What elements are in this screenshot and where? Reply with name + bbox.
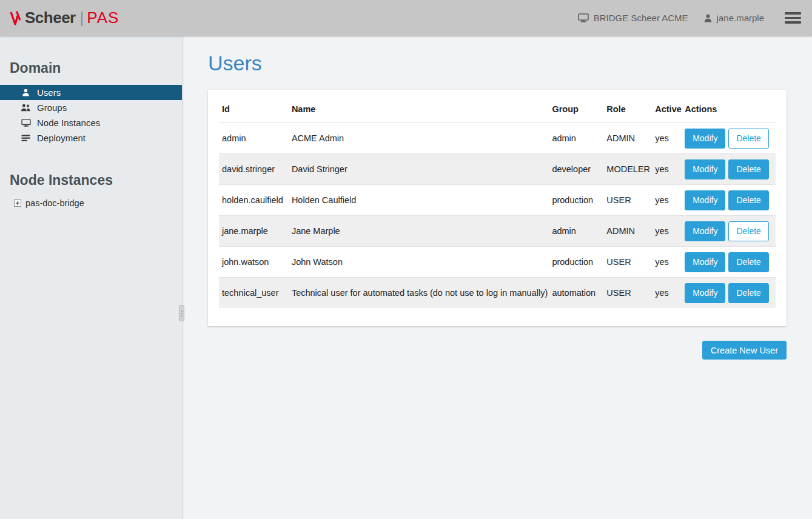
page-title: Users	[208, 52, 787, 75]
modify-button[interactable]: Modify	[685, 129, 725, 149]
user-id-cell: technical_user	[219, 288, 289, 298]
list-icon	[21, 135, 31, 142]
user-actions-cell: Modify Delete	[685, 283, 776, 303]
user-group-cell: admin	[549, 226, 603, 236]
table-row: john.watson John Watson production USER …	[219, 246, 776, 277]
user-id-cell: john.watson	[219, 257, 289, 267]
current-user-label: jane.marple	[717, 13, 764, 23]
sidebar: Domain Users	[0, 36, 182, 519]
user-name-cell: Holden Caulfield	[289, 195, 549, 205]
delete-button[interactable]: Delete	[728, 159, 768, 179]
logo-text-pas: PAS	[87, 8, 119, 27]
user-actions-cell: Modify Delete	[685, 252, 776, 272]
column-header-active: Active	[652, 104, 685, 114]
table-header-row: Id Name Group Role Active Actions	[219, 96, 776, 122]
modify-button[interactable]: Modify	[685, 159, 725, 179]
main-content: Users Id Name Group Role Active Actions …	[182, 36, 812, 519]
user-actions-cell: Modify Delete	[685, 129, 776, 149]
user-name-cell: David Stringer	[289, 164, 549, 174]
monitor-icon	[21, 119, 31, 127]
sidebar-item-users[interactable]: Users	[0, 85, 182, 100]
modify-button[interactable]: Modify	[685, 283, 725, 303]
sidebar-item-label: Groups	[37, 102, 67, 113]
user-active-cell: yes	[652, 257, 685, 267]
monitor-icon	[578, 13, 589, 22]
column-header-name: Name	[289, 104, 549, 114]
table-row: admin ACME Admin admin ADMIN yes Modify …	[219, 122, 776, 153]
sidebar-item-label: Deployment	[37, 133, 86, 143]
users-icon	[21, 104, 31, 112]
tree-item-label: pas-doc-bridge	[25, 198, 84, 208]
person-icon	[704, 14, 712, 22]
plus-square-icon[interactable]	[14, 199, 21, 207]
user-icon	[21, 89, 31, 96]
modify-button[interactable]: Modify	[685, 252, 725, 272]
bridge-label: BRIDGE Scheer ACME	[594, 13, 688, 23]
users-table-body: admin ACME Admin admin ADMIN yes Modify …	[219, 122, 776, 308]
logo-separator: |	[80, 9, 84, 27]
user-group-cell: automation	[549, 288, 603, 298]
user-role-cell: USER	[603, 257, 652, 267]
modify-button[interactable]: Modify	[685, 221, 725, 241]
user-actions-cell: Modify Delete	[685, 190, 776, 210]
column-header-actions: Actions	[685, 104, 776, 114]
user-group-cell: production	[549, 257, 603, 267]
column-header-role: Role	[603, 104, 652, 114]
user-name-cell: John Watson	[289, 257, 549, 267]
user-actions-cell: Modify Delete	[685, 221, 776, 241]
user-role-cell: USER	[603, 288, 652, 298]
hamburger-menu-icon[interactable]	[785, 12, 801, 24]
logo-text-scheer: Scheer	[25, 8, 76, 27]
user-role-cell: MODELER	[603, 164, 652, 174]
user-group-cell: developer	[549, 164, 603, 174]
app-logo: Scheer | PAS	[10, 8, 119, 27]
user-menu[interactable]: jane.marple	[704, 13, 764, 23]
bridge-indicator: BRIDGE Scheer ACME	[578, 13, 688, 23]
user-id-cell: holden.caulfield	[219, 195, 289, 205]
topbar-right: BRIDGE Scheer ACME jane.marple	[562, 12, 801, 24]
user-name-cell: Jane Marple	[289, 226, 549, 236]
user-actions-cell: Modify Delete	[685, 159, 776, 179]
user-id-cell: admin	[219, 133, 289, 143]
tree-item-pas-doc-bridge[interactable]: pas-doc-bridge	[14, 198, 182, 208]
sidebar-item-node-instances[interactable]: Node Instances	[0, 115, 182, 130]
table-row: jane.marple Jane Marple admin ADMIN yes …	[219, 215, 776, 246]
user-id-cell: david.stringer	[219, 164, 289, 174]
scheer-logo-icon	[10, 10, 23, 26]
delete-button[interactable]: Delete	[728, 221, 768, 241]
delete-button[interactable]: Delete	[728, 190, 768, 210]
layout: Domain Users	[0, 36, 812, 519]
user-role-cell: ADMIN	[603, 133, 652, 143]
users-table-card: Id Name Group Role Active Actions admin …	[208, 90, 787, 326]
node-instances-heading: Node Instances	[10, 172, 182, 189]
table-row: david.stringer David Stringer developer …	[219, 153, 776, 184]
user-active-cell: yes	[652, 164, 685, 174]
column-header-id: Id	[219, 104, 289, 114]
user-active-cell: yes	[652, 226, 685, 236]
sidebar-item-label: Node Instances	[37, 118, 100, 128]
table-footer-actions: Create New User	[208, 341, 787, 360]
delete-button[interactable]: Delete	[728, 283, 768, 303]
topbar: Scheer | PAS BRIDGE Scheer ACME jane.ma	[0, 0, 812, 36]
column-header-group: Group	[549, 104, 603, 114]
sidebar-item-label: Users	[37, 87, 61, 98]
sidebar-resize-handle[interactable]	[179, 305, 184, 321]
create-new-user-button[interactable]: Create New User	[702, 341, 787, 360]
domain-nav: Users Groups	[0, 85, 182, 146]
user-group-cell: production	[549, 195, 603, 205]
user-role-cell: USER	[603, 195, 652, 205]
sidebar-item-groups[interactable]: Groups	[0, 100, 182, 115]
delete-button[interactable]: Delete	[728, 129, 768, 149]
domain-heading: Domain	[10, 60, 182, 76]
delete-button[interactable]: Delete	[728, 252, 768, 272]
user-active-cell: yes	[652, 133, 685, 143]
user-active-cell: yes	[652, 288, 685, 298]
user-id-cell: jane.marple	[219, 226, 289, 236]
sidebar-item-deployment[interactable]: Deployment	[0, 130, 182, 146]
table-row: holden.caulfield Holden Caulfield produc…	[219, 184, 776, 215]
table-row: technical_user Technical user for automa…	[219, 277, 776, 308]
user-role-cell: ADMIN	[603, 226, 652, 236]
modify-button[interactable]: Modify	[685, 190, 725, 210]
user-active-cell: yes	[652, 195, 685, 205]
user-name-cell: ACME Admin	[289, 133, 549, 143]
